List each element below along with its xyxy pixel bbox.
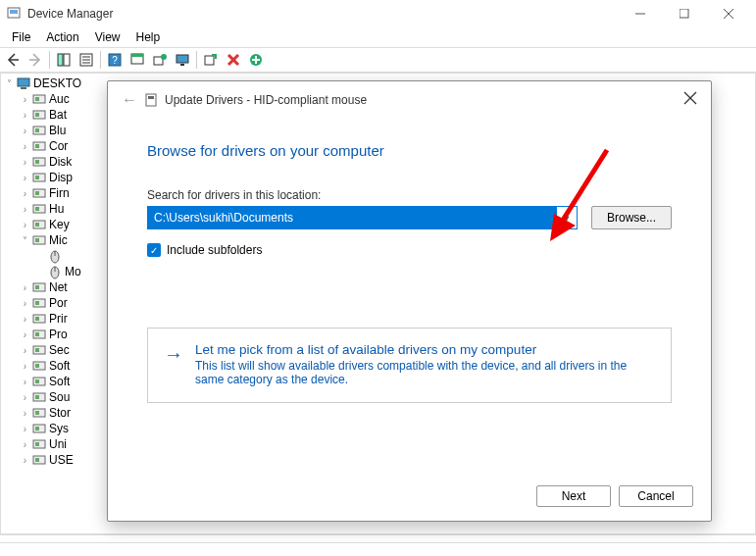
minimize-button[interactable]: [618, 0, 662, 27]
svg-rect-27: [35, 97, 39, 101]
tree-item-label: USE: [49, 453, 74, 467]
next-button[interactable]: Next: [536, 485, 611, 507]
device-icon: [31, 154, 47, 170]
svg-rect-55: [35, 317, 39, 321]
cancel-button[interactable]: Cancel: [619, 485, 693, 507]
tree-item-label: Sou: [49, 390, 70, 404]
device-icon: [31, 311, 47, 327]
tree-toggle-icon[interactable]: ›: [19, 439, 31, 450]
svg-rect-75: [148, 96, 154, 99]
menu-view[interactable]: View: [87, 28, 128, 46]
title-bar: Device Manager: [0, 0, 756, 27]
device-icon: [31, 327, 47, 342]
device-icon: [31, 201, 47, 217]
add-driver-button[interactable]: [245, 49, 267, 71]
show-hide-tree-button[interactable]: [53, 49, 75, 71]
tree-toggle-icon[interactable]: ›: [19, 392, 31, 403]
tree-item-label: Blu: [49, 124, 66, 137]
back-button[interactable]: [2, 49, 24, 71]
svg-rect-69: [35, 427, 39, 430]
svg-rect-45: [35, 238, 39, 242]
svg-rect-6: [58, 54, 63, 66]
maximize-button[interactable]: [662, 0, 706, 27]
window-title: Device Manager: [27, 7, 113, 21]
scan-hardware-button[interactable]: [126, 49, 148, 71]
path-combobox[interactable]: ▾: [147, 206, 578, 229]
device-icon: [16, 76, 31, 91]
tree-toggle-icon[interactable]: ›: [19, 424, 31, 434]
svg-rect-37: [35, 176, 39, 179]
device-icon: [31, 170, 47, 185]
tree-toggle-icon[interactable]: ˅: [3, 78, 16, 89]
tree-toggle-icon[interactable]: ˅: [19, 235, 31, 246]
tree-toggle-icon[interactable]: ›: [19, 298, 31, 309]
tree-toggle-icon[interactable]: ›: [19, 408, 31, 419]
tree-toggle-icon[interactable]: ›: [19, 141, 31, 152]
include-subfolders-checkbox[interactable]: ✓: [147, 243, 161, 257]
device-icon: [31, 232, 47, 248]
arrow-right-icon: →: [164, 344, 183, 364]
app-icon: [6, 6, 22, 22]
svg-rect-57: [35, 332, 39, 336]
close-button[interactable]: [706, 0, 750, 27]
tree-toggle-icon[interactable]: ›: [19, 157, 31, 168]
tree-toggle-icon[interactable]: ›: [19, 110, 31, 121]
device-icon: [31, 107, 47, 123]
tree-item-label: Sys: [49, 422, 69, 435]
tree-item-label: DESKTO: [33, 76, 81, 90]
forward-button[interactable]: [25, 49, 46, 71]
tree-toggle-icon[interactable]: ›: [19, 345, 31, 356]
dialog-close-button[interactable]: [683, 91, 697, 109]
tree-toggle-icon[interactable]: ›: [19, 188, 31, 199]
tree-toggle-icon[interactable]: ›: [19, 377, 31, 387]
svg-rect-25: [21, 87, 26, 89]
svg-rect-20: [205, 56, 214, 65]
tree-item-label: Cor: [49, 139, 68, 153]
dialog-device-icon: [143, 92, 159, 108]
properties-button[interactable]: [76, 49, 97, 71]
tree-toggle-icon[interactable]: ›: [19, 204, 31, 215]
tree-toggle-icon[interactable]: ›: [19, 126, 31, 136]
chevron-down-icon[interactable]: ▾: [557, 212, 577, 225]
tree-item-label: Soft: [49, 359, 70, 373]
update-driver-button[interactable]: [149, 49, 171, 71]
device-icon: [31, 405, 47, 421]
tree-item-label: Por: [49, 296, 68, 310]
svg-rect-71: [35, 442, 39, 446]
pick-option-desc: This list will show available drivers co…: [195, 359, 655, 386]
tree-item-label: Auc: [49, 92, 70, 106]
tree-item-label: Mic: [49, 233, 68, 247]
tree-toggle-icon[interactable]: ›: [19, 173, 31, 183]
device-icon: [31, 138, 47, 154]
menu-action[interactable]: Action: [38, 28, 86, 46]
svg-rect-19: [180, 64, 184, 66]
tree-toggle-icon[interactable]: ›: [19, 282, 31, 293]
tree-toggle-icon[interactable]: ›: [19, 94, 31, 105]
help-button[interactable]: ?: [104, 49, 126, 71]
svg-rect-41: [35, 207, 39, 211]
pick-option-title: Let me pick from a list of available dri…: [195, 342, 655, 357]
svg-rect-15: [131, 54, 143, 57]
tree-toggle-icon[interactable]: ›: [19, 455, 31, 466]
display-button[interactable]: [172, 49, 193, 71]
enable-device-button[interactable]: [200, 49, 222, 71]
uninstall-device-button[interactable]: [223, 49, 244, 71]
svg-rect-43: [35, 223, 39, 227]
menu-help[interactable]: Help: [128, 28, 169, 46]
tree-item-label: Bat: [49, 108, 67, 122]
tree-toggle-icon[interactable]: ›: [19, 220, 31, 230]
browse-button[interactable]: Browse...: [591, 206, 672, 229]
tree-toggle-icon[interactable]: ›: [19, 329, 31, 340]
tree-toggle-icon[interactable]: ›: [19, 361, 31, 372]
svg-rect-59: [35, 348, 39, 352]
tree-toggle-icon[interactable]: ›: [19, 314, 31, 325]
pick-from-list-option[interactable]: → Let me pick from a list of available d…: [147, 328, 672, 403]
menu-file[interactable]: File: [4, 28, 38, 46]
dialog-back-button[interactable]: ←: [122, 91, 143, 109]
path-input[interactable]: [148, 207, 557, 228]
tree-item-label: Hu: [49, 202, 64, 216]
search-location-label: Search for drivers in this location:: [147, 188, 672, 202]
tree-item-label: Net: [49, 280, 68, 294]
tree-item-label: Disk: [49, 155, 72, 169]
dialog-title: Update Drivers - HID-compliant mouse: [165, 93, 367, 107]
